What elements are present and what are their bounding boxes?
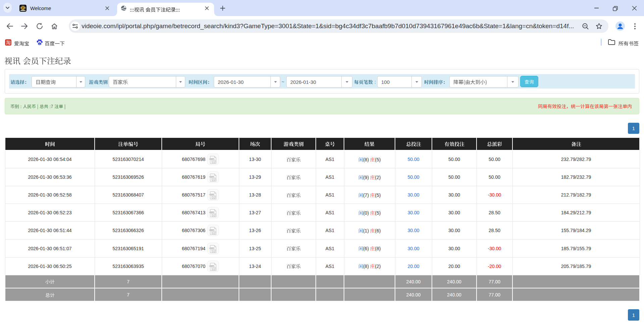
svg-text:du: du bbox=[39, 43, 41, 45]
